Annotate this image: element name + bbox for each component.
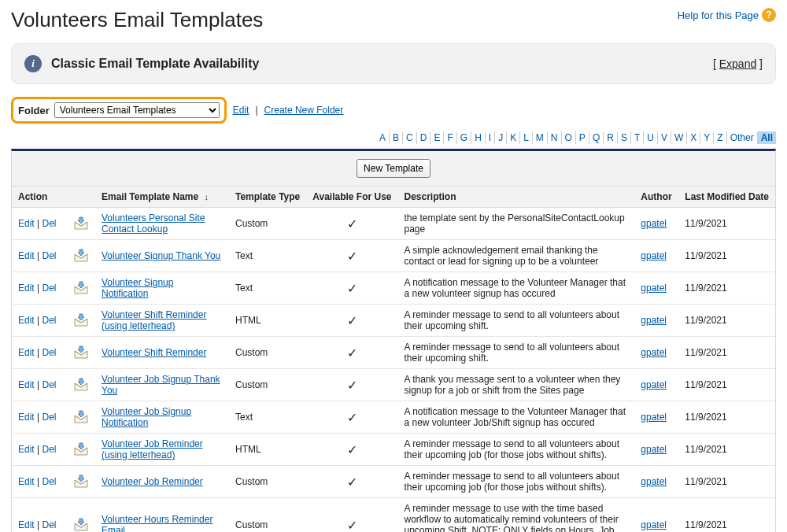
template-name-link[interactable]: Volunteer Job Reminder — [102, 476, 203, 487]
row-delete-link[interactable]: Del — [42, 250, 56, 261]
edit-folder-link[interactable]: Edit — [233, 105, 249, 116]
row-edit-link[interactable]: Edit — [18, 347, 35, 358]
row-edit-link[interactable]: Edit — [18, 379, 35, 390]
alpha-letter[interactable]: Y — [700, 131, 714, 144]
author-link[interactable]: gpatel — [641, 519, 667, 530]
alpha-letter[interactable]: A — [376, 131, 390, 144]
template-name-link[interactable]: Volunteer Job Signup Notification — [102, 406, 191, 428]
author-link[interactable]: gpatel — [641, 379, 667, 390]
row-edit-link[interactable]: Edit — [18, 315, 35, 326]
row-sep: | — [35, 379, 42, 390]
template-name-link[interactable]: Volunteers Personal Site Contact Lookup — [102, 212, 205, 235]
row-delete-link[interactable]: Del — [42, 347, 56, 358]
col-modified[interactable]: Last Modified Date — [678, 187, 775, 208]
row-edit-link[interactable]: Edit — [18, 444, 35, 455]
alpha-letter[interactable]: E — [430, 131, 444, 144]
templates-table-wrap: New Template Action Email Template Name … — [11, 149, 776, 532]
template-name-link[interactable]: Volunteer Job Reminder (using letterhead… — [102, 438, 203, 460]
new-template-button[interactable]: New Template — [357, 159, 430, 178]
template-type: Text — [229, 401, 306, 434]
alpha-letter[interactable]: Q — [589, 131, 604, 144]
alpha-letter[interactable]: C — [403, 131, 417, 144]
row-edit-link[interactable]: Edit — [18, 218, 35, 229]
template-name-link[interactable]: Volunteer Shift Reminder (using letterhe… — [102, 309, 206, 331]
info-icon: i — [24, 55, 42, 72]
alpha-letter[interactable]: D — [417, 131, 431, 144]
alpha-other[interactable]: Other — [727, 131, 758, 144]
alpha-letter[interactable]: H — [471, 131, 486, 144]
alpha-letter[interactable]: X — [687, 131, 700, 144]
author-link[interactable]: gpatel — [641, 315, 667, 326]
alpha-letter[interactable]: N — [548, 131, 562, 144]
row-delete-link[interactable]: Del — [42, 476, 56, 487]
create-folder-link[interactable]: Create New Folder — [264, 105, 344, 116]
col-author[interactable]: Author — [634, 187, 678, 208]
author-link[interactable]: gpatel — [641, 347, 667, 358]
row-delete-link[interactable]: Del — [42, 519, 56, 530]
sort-desc-icon: ↓ — [205, 192, 209, 201]
alpha-letter[interactable]: W — [671, 131, 687, 144]
author-link[interactable]: gpatel — [641, 218, 667, 229]
expand-link[interactable]: Expand — [719, 57, 756, 70]
alpha-letter[interactable]: R — [604, 131, 618, 144]
row-edit-link[interactable]: Edit — [18, 283, 35, 294]
alpha-letter[interactable]: I — [486, 131, 495, 144]
table-row: Edit | DelVolunteer Signup NotificationT… — [12, 272, 775, 305]
col-type[interactable]: Template Type — [229, 187, 306, 208]
col-name[interactable]: Email Template Name ↓ — [95, 187, 229, 208]
alpha-letter[interactable]: P — [576, 131, 589, 144]
table-row: Edit | DelVolunteer Job Signup Thank You… — [12, 369, 775, 401]
template-name-link[interactable]: Volunteer Hours Reminder Email — [102, 514, 212, 532]
author-link[interactable]: gpatel — [641, 250, 667, 261]
table-row: Edit | DelVolunteer Shift Reminder (usin… — [12, 305, 775, 337]
template-name-link[interactable]: Volunteer Shift Reminder — [102, 347, 206, 358]
alpha-letter[interactable]: G — [457, 131, 471, 144]
alpha-letter[interactable]: L — [520, 131, 533, 144]
alpha-letter[interactable]: K — [507, 131, 520, 144]
author-link[interactable]: gpatel — [641, 444, 667, 455]
check-icon: ✓ — [312, 442, 391, 457]
row-delete-link[interactable]: Del — [42, 379, 56, 390]
templates-table: Action Email Template Name ↓ Template Ty… — [12, 187, 775, 532]
author-link[interactable]: gpatel — [641, 476, 667, 487]
alpha-letter[interactable]: V — [658, 131, 671, 144]
template-name-link[interactable]: Volunteer Signup Notification — [102, 277, 173, 299]
help-label: Help for this Page — [678, 9, 759, 21]
template-type: Custom — [229, 337, 306, 369]
alpha-letter[interactable]: M — [533, 131, 548, 144]
mail-download-icon — [73, 409, 89, 425]
row-edit-link[interactable]: Edit — [18, 412, 35, 423]
author-link[interactable]: gpatel — [641, 283, 667, 294]
row-delete-link[interactable]: Del — [42, 283, 56, 294]
template-name-link[interactable]: Volunteer Signup Thank You — [102, 250, 220, 261]
alpha-letter[interactable]: B — [390, 131, 403, 144]
alpha-letter[interactable]: F — [444, 131, 456, 144]
row-edit-link[interactable]: Edit — [18, 476, 35, 487]
row-delete-link[interactable]: Del — [42, 412, 56, 423]
row-edit-link[interactable]: Edit — [18, 250, 35, 261]
author-link[interactable]: gpatel — [641, 412, 667, 423]
alpha-letter[interactable]: O — [562, 131, 576, 144]
row-edit-link[interactable]: Edit — [18, 519, 35, 530]
alpha-letter[interactable]: Z — [714, 131, 726, 144]
row-delete-link[interactable]: Del — [42, 315, 56, 326]
mail-download-icon — [73, 280, 89, 296]
col-description[interactable]: Description — [398, 187, 635, 208]
folder-select[interactable]: Volunteers Email Templates — [54, 102, 220, 118]
alpha-letter[interactable]: S — [618, 131, 631, 144]
alpha-letter[interactable]: J — [495, 131, 507, 144]
alpha-letter[interactable]: T — [631, 131, 644, 144]
row-sep: | — [35, 412, 42, 423]
alpha-letter[interactable]: U — [644, 131, 658, 144]
row-sep: | — [35, 519, 42, 530]
row-delete-link[interactable]: Del — [42, 444, 56, 455]
row-sep: | — [35, 250, 42, 261]
check-icon: ✓ — [312, 249, 391, 264]
template-description: A notification message to the Volunteer … — [398, 401, 635, 434]
help-link[interactable]: Help for this Page ? — [678, 8, 776, 22]
template-description: A reminder message to use with the time … — [398, 498, 635, 533]
alpha-all[interactable]: All — [758, 131, 776, 144]
row-delete-link[interactable]: Del — [42, 218, 56, 229]
template-name-link[interactable]: Volunteer Job Signup Thank You — [102, 374, 220, 396]
col-available[interactable]: Available For Use — [306, 187, 397, 208]
